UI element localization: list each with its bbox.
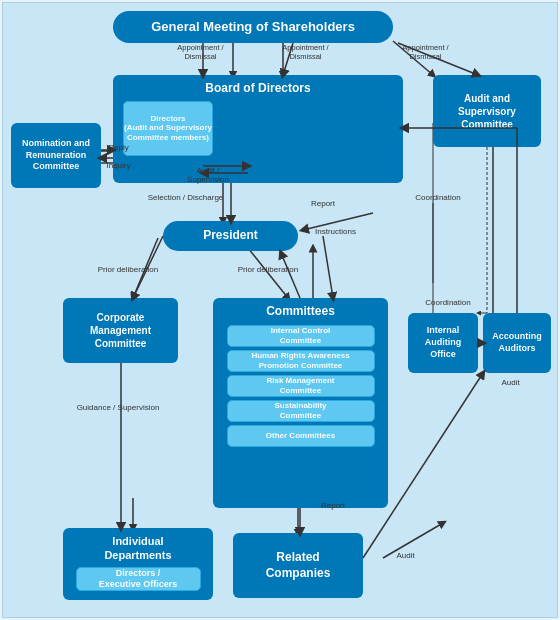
audit-label-2: Audit xyxy=(493,378,528,387)
report-label-1: Report xyxy=(303,199,343,208)
selection-discharge-label: Selection / Discharge xyxy=(133,193,238,202)
inquiry-label: Inquiry xyxy=(101,161,136,170)
gms-box: General Meeting of Shareholders xyxy=(113,11,393,43)
corporate-mgmt-box: Corporate Management Committee xyxy=(63,298,178,363)
audit-supervision-label: Audit / Supervision xyxy=(178,166,238,184)
audit-supervisory-box: Audit and Supervisory Committee xyxy=(433,75,541,147)
internal-control-box: Internal Control Committee xyxy=(227,325,375,347)
internal-auditing-box: Internal Auditing Office xyxy=(408,313,478,373)
sustainability-box: Sustainability Committee xyxy=(227,400,375,422)
svg-line-27 xyxy=(323,236,333,298)
individual-depts-box: Individual Departments Directors / Execu… xyxy=(63,528,213,600)
prior-delib-label-2: Prior deliberation xyxy=(228,265,308,274)
president-box: President xyxy=(163,221,298,251)
audit-label-1: Audit xyxy=(388,551,423,560)
accounting-auditors-box: Accounting Auditors xyxy=(483,313,551,373)
directors-exec-box: Directors / Executive Officers xyxy=(76,567,201,591)
svg-line-28 xyxy=(281,253,300,298)
human-rights-box: Human Rights Awareness Promotion Committ… xyxy=(227,350,375,372)
coordination-label-2: Coordination xyxy=(408,298,488,307)
bod-box: Board of Directors Directors (except Aud… xyxy=(113,75,403,183)
appt-label-2: Appointment / Dismissal xyxy=(273,43,338,61)
report-label-2: Report xyxy=(313,501,353,510)
appt-label-1: Appointment / Dismissal xyxy=(168,43,233,61)
directors-audit-box: Directors (Audit and Supervisory Committ… xyxy=(123,101,213,156)
reply-label: Reply xyxy=(101,143,136,152)
prior-delib-label-1: Prior deliberation xyxy=(88,265,168,274)
related-companies-box: Related Companies xyxy=(233,533,363,598)
committees-box: Committees Internal Control Committee Hu… xyxy=(213,298,388,508)
risk-mgmt-box: Risk Management Committee xyxy=(227,375,375,397)
appt-label-3: Appointment / Dismissal xyxy=(393,43,458,61)
instructions-label: Instructions xyxy=(303,227,368,236)
other-committees-box: Other Committees xyxy=(227,425,375,447)
guidance-label: Guidance / Supervision xyxy=(58,403,178,412)
nomination-box: Nomination and Remuneration Committee xyxy=(11,123,101,188)
coordination-label-1: Coordination xyxy=(403,193,473,202)
main-container: General Meeting of Shareholders Appointm… xyxy=(2,2,558,618)
